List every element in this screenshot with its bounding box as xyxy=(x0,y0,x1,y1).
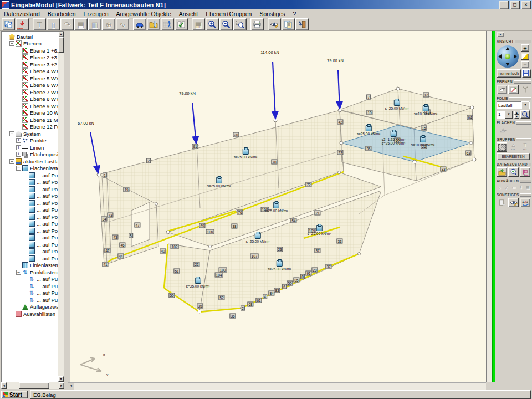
tree-item[interactable]: Ebene 8 WY1 xyxy=(2,96,58,103)
tree-item[interactable]: ... auf Pos. 1 xyxy=(2,227,58,234)
folie-number-select[interactable]: 1 ▼ xyxy=(497,111,513,119)
zoom-in-button[interactable] xyxy=(206,18,219,30)
folie-type-select[interactable]: Lastfall ▼ xyxy=(497,101,530,109)
minimize-button[interactable]: _ xyxy=(499,1,509,9)
tree-item[interactable]: Ebene 12 Funda xyxy=(2,124,58,131)
fahrzeuglast-button[interactable] xyxy=(133,18,146,30)
zoom-out-button[interactable] xyxy=(219,18,233,30)
canvas-vertical-scrollbar[interactable] xyxy=(486,31,492,382)
lasten-ordner-button[interactable] xyxy=(147,18,160,30)
taskbar-item[interactable]: EG,Belag xyxy=(30,390,531,399)
tree-item[interactable]: ... auf Pos. 8 xyxy=(2,241,58,248)
tree-item[interactable]: ... auf Punkt xyxy=(2,296,58,304)
tree-item[interactable]: +Punkte xyxy=(2,137,58,145)
ebene-bearbeiten-button[interactable] xyxy=(508,85,519,94)
close-button[interactable]: × xyxy=(521,1,531,9)
collapse-icon[interactable]: − xyxy=(9,131,14,136)
tree-item[interactable]: Auflagerzwangs xyxy=(2,304,58,311)
beenden-button[interactable] xyxy=(295,18,309,30)
daten-transport-button[interactable] xyxy=(520,167,530,177)
panel-options-button[interactable]: ▼ xyxy=(497,32,504,37)
tree-item[interactable]: Ebene 6 WX3 xyxy=(2,82,58,89)
zoom-in-button[interactable]: + xyxy=(521,44,529,52)
tree-item[interactable]: −Ebenen xyxy=(2,40,58,48)
datenzustand-wechseln-button[interactable] xyxy=(2,18,15,30)
viewport-3d[interactable]: X Y 121934734346424441475209178727610854… xyxy=(70,31,486,382)
tree-item[interactable]: Ebene 4 WX1 xyxy=(2,68,58,75)
rotate-right-icon[interactable] xyxy=(514,54,517,59)
rotate-down-icon[interactable] xyxy=(505,63,510,66)
tree-item[interactable]: ... auf Pos. 1 xyxy=(2,186,58,193)
neu-button[interactable]: neu xyxy=(16,18,29,30)
flaechenlast-person-button[interactable] xyxy=(161,18,174,30)
scroll-left-icon[interactable]: ◄ xyxy=(1,382,7,389)
tree-item[interactable]: Ebene 5 WX2 xyxy=(2,75,58,82)
scroll-right-icon[interactable]: ► xyxy=(59,382,64,389)
tree-item[interactable]: Ebene 2 +3.0m xyxy=(2,54,58,62)
tree-item[interactable]: ... auf Pos. 4 xyxy=(2,200,58,207)
tree-item[interactable]: ... auf Pos. 7 xyxy=(2,221,58,228)
menu-erzeugen[interactable]: Erzeugen xyxy=(80,10,112,18)
daten-pruefen-button[interactable] xyxy=(508,167,519,177)
tree-item[interactable]: ... auf Punkt xyxy=(2,283,58,290)
scroll-left-icon[interactable]: ◄ xyxy=(68,383,74,390)
tree-item[interactable]: −System xyxy=(2,130,58,137)
tree-item[interactable]: Ebene 1 +6.0m xyxy=(2,47,58,54)
tree-item[interactable]: ... auf Punkt xyxy=(2,290,58,297)
numerisch-button[interactable]: numerisch xyxy=(497,69,521,78)
folie-spinner[interactable]: ▲▼ xyxy=(514,111,519,119)
collapse-icon[interactable]: − xyxy=(16,166,21,171)
tree-item[interactable]: +Flächenposition xyxy=(2,151,58,158)
scrollbar-thumb[interactable] xyxy=(58,37,64,53)
menu-sonstiges[interactable]: Sonstiges xyxy=(255,10,289,18)
folie-search-button[interactable] xyxy=(520,110,530,119)
tree-item[interactable]: Bauteil xyxy=(2,33,58,40)
menu-?[interactable]: ? xyxy=(289,10,300,18)
expand-icon[interactable]: + xyxy=(16,145,21,150)
tree-item[interactable]: ... auf Pos. 3 xyxy=(2,179,58,186)
chevron-down-icon[interactable]: ▼ xyxy=(505,111,513,119)
chevron-down-icon[interactable]: ▼ xyxy=(521,101,529,109)
canvas-horizontal-scrollbar[interactable]: ◄ xyxy=(68,382,486,390)
shading-toggle-button[interactable] xyxy=(521,53,529,60)
menu-ansicht[interactable]: Ansicht xyxy=(175,10,202,18)
start-button[interactable]: Start xyxy=(1,391,28,398)
dokumente-button[interactable] xyxy=(282,18,295,30)
tree-item[interactable]: Auswahllisten xyxy=(2,310,58,318)
tree-item[interactable]: ... auf Pos. 6 xyxy=(2,213,58,221)
gruppen-auswahl-button[interactable] xyxy=(497,142,507,152)
save-view-button[interactable] xyxy=(522,69,531,78)
maximize-button[interactable]: □ xyxy=(510,1,520,9)
tree-item[interactable]: −Punktlasten xyxy=(2,269,58,276)
neu-nummerieren-button[interactable]: 123 xyxy=(520,198,530,207)
tree-item[interactable]: Linienlasten xyxy=(2,262,58,269)
spin-up-icon[interactable]: ▲ xyxy=(514,111,519,115)
spin-down-icon[interactable]: ▼ xyxy=(514,115,519,119)
tree-item[interactable]: Ebene 10 WY3 xyxy=(2,110,58,117)
tree-item[interactable]: ... auf Pos. 1 xyxy=(2,193,58,200)
tree-item[interactable]: ... auf Pos. 9 xyxy=(2,234,58,242)
rotate-center-icon[interactable] xyxy=(505,54,510,59)
daten-einlesen-button[interactable] xyxy=(497,167,507,177)
menu-ebenen-gruppen[interactable]: Ebenen+Gruppen xyxy=(202,10,255,18)
menu-bearbeiten[interactable]: Bearbeiten xyxy=(44,10,80,18)
scroll-down-icon[interactable]: ▼ xyxy=(58,376,64,382)
tree-vertical-scrollbar[interactable]: ▲ ▼ xyxy=(58,32,64,382)
view-rotate-control[interactable] xyxy=(497,45,519,68)
tree-item[interactable]: ... auf Pos. 1 xyxy=(2,248,58,255)
darstellung-button[interactable] xyxy=(508,198,519,207)
scrollbar-thumb[interactable] xyxy=(19,382,49,389)
tree-item[interactable]: −aktueller Lastfall xyxy=(2,158,58,165)
zoom-fenster-button[interactable] xyxy=(233,18,247,30)
ansicht-stift-button[interactable] xyxy=(268,18,281,30)
ebene-polygon-button[interactable] xyxy=(497,85,507,94)
tree-item[interactable]: Ebene 7 WX4 xyxy=(2,89,58,96)
expand-icon[interactable]: + xyxy=(16,138,21,143)
normen-buch-button[interactable] xyxy=(175,18,188,30)
menu-datenzustand[interactable]: Datenzustand xyxy=(0,10,44,18)
tree-item[interactable]: ... auf Pos. 2 xyxy=(2,172,58,179)
tree-item[interactable]: Ebene 11 MW1 xyxy=(2,116,58,124)
tree-item[interactable]: −Flächenlasten xyxy=(2,165,58,172)
tree-item[interactable]: Ebene 9 WY2 xyxy=(2,103,58,110)
tree-item[interactable]: ... auf Pos. 1 xyxy=(2,255,58,262)
